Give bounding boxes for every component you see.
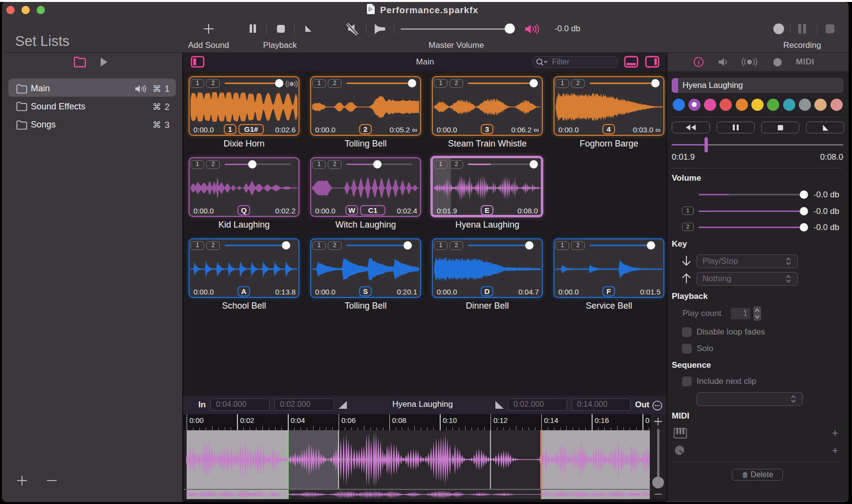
svg-text:i: i <box>698 59 700 66</box>
